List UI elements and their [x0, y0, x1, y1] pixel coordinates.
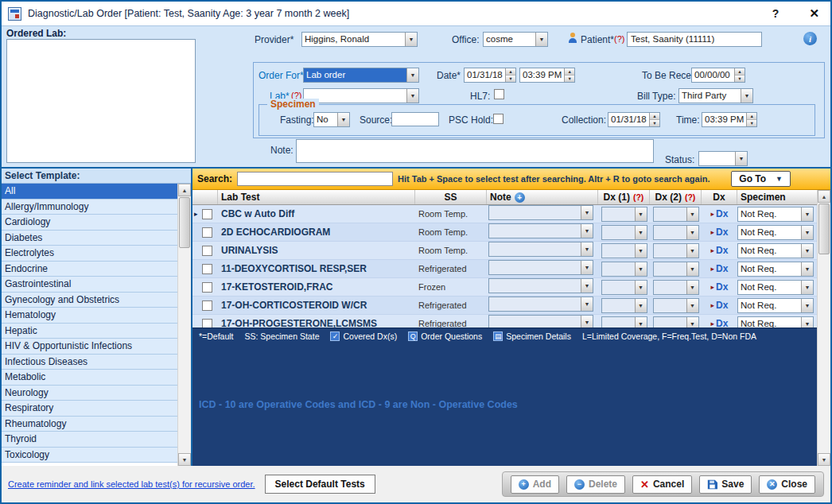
table-scrollbar[interactable]: ▲ ▼ [817, 190, 830, 466]
template-list-item[interactable]: Rheumatology [2, 417, 177, 432]
template-list-item[interactable]: Allergy/Immunology [2, 200, 177, 215]
chevron-down-icon[interactable]: ▼ [581, 297, 593, 311]
chevron-down-icon[interactable]: ▼ [686, 299, 698, 312]
template-list-item[interactable]: Gastrointestinal [2, 277, 177, 293]
dx1-combo[interactable]: ▼ [601, 298, 647, 313]
specimen-combo[interactable]: Not Req.▼ [737, 280, 814, 295]
chevron-down-icon[interactable]: ▼ [635, 226, 647, 239]
dx1-combo[interactable]: ▼ [601, 262, 647, 277]
template-list-item[interactable]: Endocrine [2, 262, 177, 277]
dx1-combo[interactable]: ▼ [601, 243, 647, 258]
lab-test-name[interactable]: 17-KETOSTEROID,FRAC [218, 281, 415, 293]
scrollbar-track[interactable] [818, 255, 830, 453]
template-list-item[interactable]: Neurology [2, 386, 177, 401]
chevron-down-icon[interactable]: ▼ [581, 242, 593, 256]
chevron-down-icon[interactable]: ▼ [535, 33, 547, 46]
chevron-down-icon[interactable]: ▼ [635, 317, 647, 328]
to-be-received-spinner[interactable]: 00/00/00▲▼ [691, 68, 745, 83]
dx2-combo[interactable]: ▼ [653, 243, 699, 258]
patient-field[interactable]: Test, Saanity (11111) [627, 32, 762, 47]
lab-combo[interactable]: ▼ [303, 88, 419, 103]
provider-combo[interactable]: Higgins, Ronald▼ [301, 32, 418, 47]
date-spinner[interactable]: 01/31/18▲▼ [464, 68, 516, 83]
template-list-item[interactable]: Metabolic [2, 370, 177, 386]
add-note-icon[interactable]: + [515, 192, 525, 203]
row-checkbox[interactable] [202, 209, 212, 219]
collection-time-spinner[interactable]: 03:39 PM▲▼ [702, 112, 757, 127]
chevron-down-icon[interactable]: ▼ [635, 207, 647, 221]
specimen-combo[interactable]: Not Req.▼ [737, 225, 814, 240]
lab-test-name[interactable]: 17-OH-CORTICOSTEROID W/CR [218, 300, 415, 311]
spinner-arrows-icon[interactable]: ▲▼ [564, 68, 574, 82]
note-combo[interactable]: ▼ [488, 278, 593, 293]
chevron-down-icon[interactable]: ▼ [405, 33, 417, 46]
dx-link[interactable]: ▸ Dx [702, 263, 737, 274]
note-combo[interactable]: ▼ [488, 297, 593, 312]
chevron-down-icon[interactable]: ▼ [635, 281, 647, 294]
row-checkbox[interactable] [202, 300, 212, 311]
chevron-down-icon[interactable]: ▼ [406, 89, 418, 103]
chevron-down-icon[interactable]: ▼ [686, 262, 698, 276]
hl7-checkbox[interactable] [494, 89, 504, 99]
template-list-item[interactable]: Cardiology [2, 215, 177, 231]
chevron-down-icon[interactable]: ▼ [581, 224, 593, 238]
chevron-down-icon[interactable]: ▼ [801, 244, 813, 258]
scrollbar-thumb[interactable] [179, 197, 190, 248]
row-checkbox[interactable] [202, 319, 212, 328]
dx-link[interactable]: ▸ Dx [702, 245, 737, 256]
chevron-down-icon[interactable]: ▼ [735, 152, 747, 165]
time-spinner[interactable]: 03:39 PM▲▼ [519, 68, 575, 83]
dx2-combo[interactable]: ▼ [653, 316, 699, 328]
chevron-down-icon[interactable]: ▼ [337, 113, 349, 126]
template-list-item[interactable]: Gynecology and Obstetrics [2, 293, 177, 308]
ordered-lab-listbox[interactable] [6, 39, 196, 163]
row-checkbox[interactable] [202, 264, 212, 274]
specimen-combo[interactable]: Not Req.▼ [737, 298, 814, 313]
template-list-item[interactable]: Hematology [2, 308, 177, 324]
fasting-combo[interactable]: No▼ [313, 112, 350, 127]
chevron-down-icon[interactable]: ▼ [801, 262, 813, 276]
search-input[interactable] [237, 172, 393, 186]
dx2-combo[interactable]: ▼ [653, 280, 699, 295]
reminder-link[interactable]: Create reminder and link selected lab te… [8, 479, 255, 489]
window-close-button[interactable]: ✕ [809, 6, 819, 21]
row-checkbox[interactable] [202, 246, 212, 256]
add-button[interactable]: +Add [511, 475, 559, 494]
chevron-down-icon[interactable]: ▼ [635, 244, 647, 258]
chevron-down-icon[interactable]: ▼ [581, 279, 593, 293]
template-list-item[interactable]: Infectious Diseases [2, 355, 177, 370]
template-list-item[interactable]: Thyroid [2, 432, 177, 448]
chevron-down-icon[interactable]: ▼ [801, 207, 813, 221]
dx-link[interactable]: ▸ Dx [702, 227, 737, 238]
source-input[interactable] [391, 112, 439, 126]
specimen-combo[interactable]: Not Req.▼ [737, 262, 814, 277]
row-checkbox[interactable] [202, 227, 212, 238]
dx-link[interactable]: ▸ Dx [702, 318, 737, 328]
chevron-down-icon[interactable]: ▼ [686, 207, 698, 221]
template-list-item[interactable]: HIV & Opportunistic Infections [2, 339, 177, 355]
note-combo[interactable]: ▼ [488, 242, 593, 257]
chevron-down-icon[interactable]: ▼ [686, 226, 698, 239]
note-input[interactable] [296, 139, 654, 163]
goto-button[interactable]: Go To▼ [731, 171, 791, 187]
spinner-arrows-icon[interactable]: ▲▼ [649, 113, 659, 126]
chevron-down-icon[interactable]: ▼ [741, 89, 752, 103]
chevron-down-icon[interactable]: ▼ [581, 206, 593, 219]
patient-help-link[interactable]: (?) [614, 34, 624, 44]
specimen-combo[interactable]: Not Req.▼ [737, 243, 814, 258]
scroll-up-icon[interactable]: ▲ [178, 184, 191, 196]
chevron-down-icon[interactable]: ▼ [581, 316, 593, 328]
collection-date-spinner[interactable]: 01/31/18▲▼ [608, 112, 660, 127]
template-scrollbar[interactable]: ▲ ▼ [177, 184, 191, 466]
status-combo[interactable]: ▼ [698, 151, 748, 166]
dx-link[interactable]: ▸ Dx [702, 208, 737, 219]
lab-test-name[interactable]: URINALYSIS [218, 245, 415, 256]
specimen-combo[interactable]: Not Req.▼ [737, 207, 814, 222]
note-combo[interactable]: ▼ [488, 260, 593, 275]
scroll-down-icon[interactable]: ▼ [818, 453, 830, 466]
chevron-down-icon[interactable]: ▼ [801, 226, 813, 239]
lab-test-name[interactable]: 11-DEOXYCORTISOL RESP,SER [218, 263, 415, 274]
note-combo[interactable]: ▼ [488, 315, 593, 328]
dx2-combo[interactable]: ▼ [653, 298, 699, 313]
note-combo[interactable]: ▼ [488, 223, 593, 238]
